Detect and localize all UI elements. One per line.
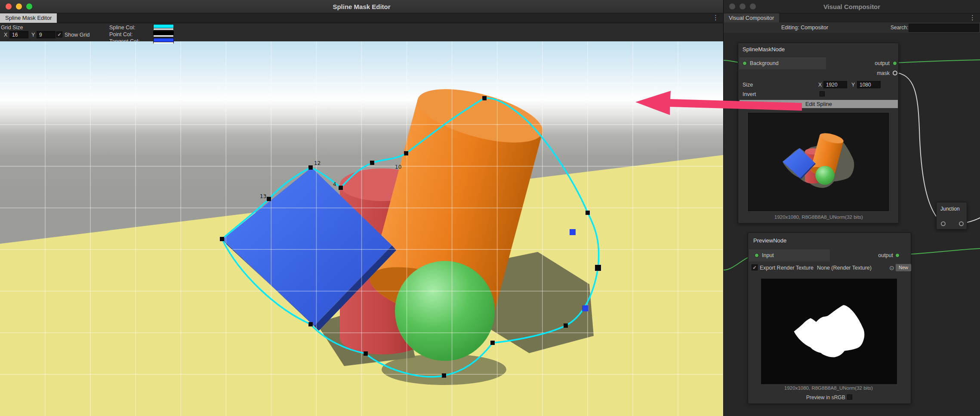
- show-grid-checkbox[interactable]: ✓: [56, 31, 62, 37]
- search-input[interactable]: [909, 24, 979, 32]
- object-picker-icon[interactable]: ⊙: [889, 265, 894, 271]
- spline-color-swatch[interactable]: [153, 24, 174, 30]
- window-title: Spline Mask Editor: [333, 3, 390, 10]
- srgb-checkbox[interactable]: [847, 394, 852, 400]
- spline-point[interactable]: [364, 351, 368, 356]
- close-button[interactable]: [729, 3, 735, 9]
- export-label: Export Render Texture: [760, 265, 814, 271]
- size-x-field[interactable]: 1920: [823, 81, 847, 88]
- spline-point[interactable]: [339, 186, 343, 190]
- spline-col-label: Spline Col:: [109, 25, 135, 31]
- alpha-bar: [154, 28, 173, 30]
- preview-caption: 1920x1080, R8G8B8A8_UNorm(32 bits): [761, 385, 896, 391]
- spline-mask-editor-window: Spline Mask Editor Spline Mask Editor ⋮ …: [0, 0, 723, 416]
- spline-point[interactable]: [595, 265, 601, 271]
- tab-visual-compositor[interactable]: Visual Compositor: [724, 13, 779, 23]
- visual-compositor-window: Visual Compositor Visual Compositor ⋮ Ed…: [723, 0, 980, 416]
- srgb-label: Preview in sRGB: [806, 394, 845, 400]
- spline-point-index: 12: [314, 160, 321, 166]
- spline-point[interactable]: [442, 373, 446, 378]
- grid-y-label: Y: [31, 32, 35, 38]
- spline-point[interactable]: [490, 341, 495, 345]
- maximize-button[interactable]: [26, 3, 32, 9]
- search-label: Search:: [891, 25, 908, 31]
- spline-point[interactable]: [220, 237, 224, 241]
- tangent-color-swatch[interactable]: [153, 38, 174, 43]
- spline-point[interactable]: [267, 197, 271, 201]
- size-label: Size: [743, 82, 753, 88]
- spline-color-value: [154, 25, 173, 28]
- grid-y-field[interactable]: 9: [37, 31, 55, 38]
- spline-point-index: 4: [333, 181, 336, 187]
- spline-point[interactable]: [404, 151, 408, 155]
- show-grid-label: Show Grid: [65, 32, 89, 38]
- spline-point-index: 10: [395, 164, 401, 170]
- minimize-button[interactable]: [16, 3, 22, 9]
- left-titlebar[interactable]: Spline Mask Editor: [0, 0, 723, 13]
- junction-out-port[interactable]: [959, 221, 964, 226]
- spline-point[interactable]: [308, 165, 313, 170]
- preview-caption: 1920x1080, R8G8B8A8_UNorm(32 bits): [738, 214, 899, 220]
- output-port-dot[interactable]: [893, 61, 897, 65]
- traffic-lights: [729, 3, 756, 9]
- input-port-label: Input: [762, 252, 774, 258]
- input-port-row: [749, 249, 830, 261]
- new-texture-button[interactable]: New: [896, 264, 911, 271]
- node-preview-image: [748, 113, 889, 211]
- spline-point[interactable]: [370, 161, 374, 165]
- size-y-label: Y: [851, 82, 855, 88]
- input-port-dot[interactable]: [755, 253, 759, 258]
- mask-preview-image: [761, 279, 897, 384]
- junction-in-port[interactable]: [941, 221, 946, 226]
- alpha-bar: [154, 42, 173, 43]
- output-port-label: output: [854, 60, 890, 66]
- grid-size-label: Grid Size: [1, 25, 23, 31]
- grid-x-label: X: [4, 32, 7, 38]
- spline-editor-toolbar: Grid Size X 16 Y 9 ✓ Show Grid Spline Co…: [0, 23, 723, 42]
- spline-point[interactable]: [564, 323, 568, 328]
- invert-checkbox[interactable]: [820, 91, 825, 96]
- alpha-bar: [154, 35, 173, 37]
- desktop: Spline Mask Editor Spline Mask Editor ⋮ …: [0, 0, 980, 416]
- output-port-dot[interactable]: [895, 253, 900, 258]
- size-x-label: X: [818, 82, 822, 88]
- texture-field[interactable]: None (Render Texture): [817, 265, 872, 271]
- minimize-button[interactable]: [740, 3, 746, 9]
- close-button[interactable]: [6, 3, 12, 9]
- spline-point[interactable]: [308, 322, 313, 326]
- preview-node[interactable]: PreviewNode Input output ✓ Export Render…: [748, 233, 911, 404]
- kebab-menu-icon[interactable]: ⋮: [969, 14, 976, 22]
- right-tab-bar: Visual Compositor ⋮: [724, 13, 980, 23]
- window-title: Visual Compositor: [823, 3, 880, 10]
- left-tab-bar: Spline Mask Editor ⋮: [0, 13, 723, 23]
- input-port-label: Background: [750, 60, 779, 66]
- tangent-color-value: [154, 38, 173, 42]
- tab-spline-mask-editor[interactable]: Spline Mask Editor: [0, 13, 57, 23]
- input-port-dot[interactable]: [743, 61, 747, 65]
- kebab-menu-icon[interactable]: ⋮: [712, 14, 719, 22]
- right-titlebar[interactable]: Visual Compositor: [724, 0, 980, 13]
- node-title: PreviewNode: [753, 237, 786, 244]
- traffic-lights: [6, 3, 32, 9]
- node-title: SplineMaskNode: [743, 46, 785, 53]
- spline-point[interactable]: [586, 211, 590, 215]
- spline-point-selected[interactable]: [570, 229, 576, 235]
- node-title: Junction: [940, 206, 960, 212]
- spline-point-selected[interactable]: [582, 305, 588, 311]
- junction-node[interactable]: Junction: [936, 202, 967, 230]
- invert-label: Invert: [743, 91, 756, 97]
- spline-mask-node[interactable]: SplineMaskNode Background output mask Si…: [738, 43, 899, 224]
- point-color-value: [154, 31, 173, 35]
- grid-x-field[interactable]: 16: [9, 31, 28, 38]
- editing-label: Editing: Compositor: [781, 25, 828, 31]
- output-port-label: output: [858, 252, 893, 258]
- export-checkbox[interactable]: ✓: [752, 264, 758, 270]
- mask-port-label: mask: [854, 70, 890, 76]
- edit-spline-button[interactable]: Edit Spline: [740, 100, 898, 108]
- spline-point[interactable]: [482, 96, 487, 100]
- mask-port-dot[interactable]: [893, 71, 897, 75]
- point-color-swatch[interactable]: [153, 31, 174, 37]
- size-y-field[interactable]: 1080: [857, 81, 881, 88]
- scene-viewport[interactable]: 1041213: [0, 41, 723, 416]
- maximize-button[interactable]: [750, 3, 756, 9]
